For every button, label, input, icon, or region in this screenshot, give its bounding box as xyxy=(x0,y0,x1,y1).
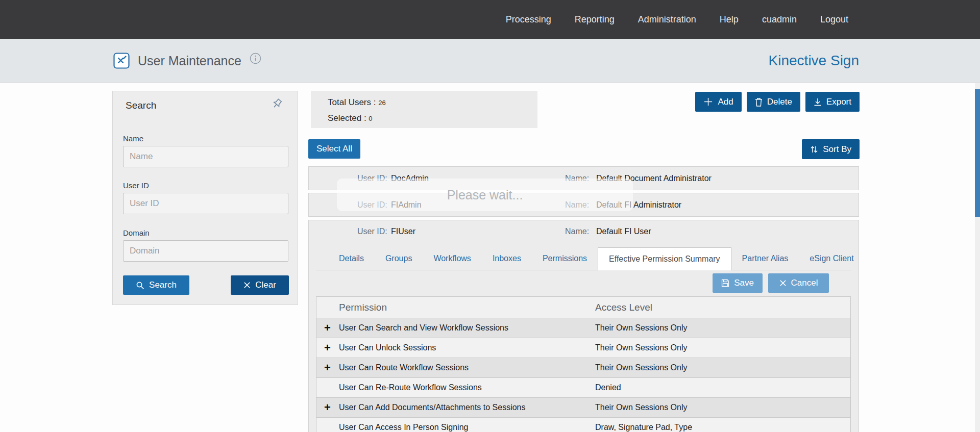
tab-permissions[interactable]: Permissions xyxy=(532,247,598,270)
total-users-line: Total Users : 26 xyxy=(328,95,537,111)
total-users-label: Total Users : xyxy=(328,97,376,107)
user-actions-toolbar: Add Delete Export xyxy=(695,92,860,112)
nav-reporting[interactable]: Reporting xyxy=(575,14,615,25)
permission-column-header: Permission xyxy=(339,302,387,313)
add-button-label: Add xyxy=(718,97,733,107)
tab-details[interactable]: Details xyxy=(328,247,375,270)
search-panel: Search Name User ID Domain Search Clear xyxy=(112,91,298,305)
permission-row[interactable]: + User Can Route Workflow Sessions Their… xyxy=(316,358,851,378)
userid-field-label: User ID xyxy=(123,181,149,190)
expand-plus-icon[interactable]: + xyxy=(324,342,331,353)
delete-button-label: Delete xyxy=(767,97,792,107)
export-button-label: Export xyxy=(826,97,851,107)
permission-name: User Can Unlock Sessions xyxy=(339,343,436,352)
user-id-label: User ID: xyxy=(357,227,387,236)
vertical-scrollbar[interactable] xyxy=(975,83,980,432)
name-value: Default FI User xyxy=(596,227,651,236)
sort-by-label: Sort By xyxy=(823,144,851,155)
permissions-table-header: Permission Access Level xyxy=(316,296,851,318)
stats-box: Total Users : 26 Selected : 0 xyxy=(311,91,537,128)
scrollbar-thumb[interactable] xyxy=(975,89,980,217)
search-panel-title: Search xyxy=(126,100,156,111)
trash-icon xyxy=(755,97,763,107)
permission-row[interactable]: + User Can Re-Route Workflow Sessions De… xyxy=(316,378,851,398)
detail-actions: Save Cancel xyxy=(713,273,829,293)
app-logo-icon xyxy=(113,53,130,69)
tab-effective-permission-summary[interactable]: Effective Permission Summary xyxy=(598,247,731,270)
sort-by-button[interactable]: Sort By xyxy=(802,139,860,159)
permission-name: User Can Add Documents/Attachments to Se… xyxy=(339,403,526,412)
nav-username[interactable]: cuadmin xyxy=(762,14,797,25)
detail-tab-bar: Details Groups Workflows Inboxes Permiss… xyxy=(316,247,851,270)
select-all-button[interactable]: Select All xyxy=(308,139,360,159)
permission-name: User Can Route Workflow Sessions xyxy=(339,363,469,372)
permission-row[interactable]: + User Can Search and View Workflow Sess… xyxy=(316,318,851,338)
nav-logout[interactable]: Logout xyxy=(820,14,848,25)
domain-field-label: Domain xyxy=(123,228,150,237)
permission-row[interactable]: + User Can Unlock Sessions Their Own Ses… xyxy=(316,338,851,358)
nav-administration[interactable]: Administration xyxy=(638,14,696,25)
brand-name: Kinective Sign xyxy=(769,53,859,69)
top-navigation-bar: Processing Reporting Administration Help… xyxy=(0,0,980,39)
selected-value: 0 xyxy=(369,115,372,122)
user-detail-panel: User ID: FIUser Name: Default FI User De… xyxy=(308,220,859,432)
please-wait-overlay: Please wait... xyxy=(337,179,633,211)
clear-button-label: Clear xyxy=(255,280,276,290)
access-level: Denied xyxy=(595,383,621,392)
floppy-save-icon xyxy=(721,279,729,287)
permission-row[interactable]: + User Can Access In Person Signing Draw… xyxy=(316,418,851,432)
access-level: Their Own Sessions Only xyxy=(595,323,688,333)
search-button-label: Search xyxy=(149,280,177,290)
access-level: Their Own Sessions Only xyxy=(595,363,688,372)
select-all-label: Select All xyxy=(316,144,352,154)
userid-input[interactable] xyxy=(123,193,288,214)
expand-plus-icon[interactable]: + xyxy=(324,362,331,373)
name-field-label: Name xyxy=(123,134,143,143)
sort-arrows-icon xyxy=(810,145,818,154)
info-icon[interactable] xyxy=(250,53,261,64)
permission-name: User Can Access In Person Signing xyxy=(339,423,468,432)
tab-partner-alias[interactable]: Partner Alias xyxy=(731,247,799,270)
expand-plus-icon[interactable]: + xyxy=(324,322,331,334)
permissions-table: Permission Access Level + User Can Searc… xyxy=(316,296,851,432)
selected-line: Selected : 0 xyxy=(328,111,537,126)
add-button[interactable]: Add xyxy=(695,92,741,112)
download-icon xyxy=(814,98,822,106)
save-button-label: Save xyxy=(734,278,754,288)
clear-button[interactable]: Clear xyxy=(231,275,289,295)
clear-x-icon xyxy=(243,282,251,289)
name-input[interactable] xyxy=(123,146,288,167)
search-button[interactable]: Search xyxy=(123,275,189,295)
total-users-value: 26 xyxy=(378,99,385,107)
page-title: User Maintenance xyxy=(138,54,241,68)
access-level: Their Own Sessions Only xyxy=(595,403,688,412)
tab-workflows[interactable]: Workflows xyxy=(423,247,482,270)
domain-input[interactable] xyxy=(123,240,288,262)
selected-label: Selected : xyxy=(328,113,366,123)
tab-esign-client[interactable]: eSign Client xyxy=(799,247,864,270)
access-level: Draw, Signature Pad, Type xyxy=(595,423,692,432)
page-header: User Maintenance Kinective Sign xyxy=(0,39,980,83)
pin-icon[interactable] xyxy=(271,97,283,112)
please-wait-text: Please wait... xyxy=(447,188,523,202)
cancel-button[interactable]: Cancel xyxy=(768,273,829,293)
access-level: Their Own Sessions Only xyxy=(595,343,688,352)
delete-button[interactable]: Delete xyxy=(747,92,800,112)
cancel-x-icon xyxy=(779,279,787,287)
permission-name: User Can Search and View Workflow Sessio… xyxy=(339,323,508,333)
save-button[interactable]: Save xyxy=(713,273,763,293)
cancel-button-label: Cancel xyxy=(791,278,818,288)
plus-icon xyxy=(703,97,713,107)
permission-name: User Can Re-Route Workflow Sessions xyxy=(339,383,482,392)
tab-inboxes[interactable]: Inboxes xyxy=(482,247,532,270)
user-id-value: FIUser xyxy=(391,227,415,236)
expand-plus-icon[interactable]: + xyxy=(324,402,331,413)
search-icon xyxy=(136,281,144,290)
access-level-column-header: Access Level xyxy=(595,302,652,313)
permission-row[interactable]: + User Can Add Documents/Attachments to … xyxy=(316,398,851,418)
name-label: Name: xyxy=(565,227,589,236)
tab-groups[interactable]: Groups xyxy=(375,247,423,270)
nav-help[interactable]: Help xyxy=(720,14,739,25)
export-button[interactable]: Export xyxy=(805,92,860,112)
nav-processing[interactable]: Processing xyxy=(506,14,551,25)
